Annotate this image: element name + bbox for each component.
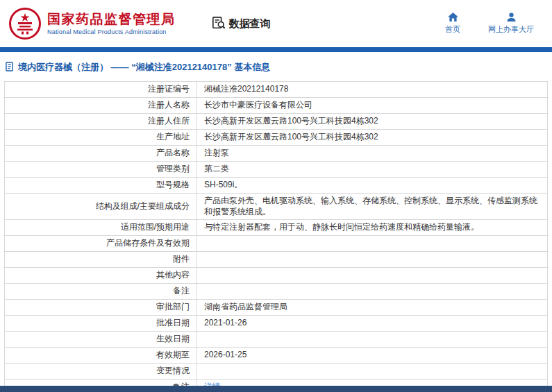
- row-label: 有效期至: [5, 348, 197, 364]
- row-value: 长沙高新开发区麓云路100号兴工科技园4栋302: [197, 114, 548, 130]
- footer-bar: [0, 386, 552, 392]
- table-row: 产品名称注射泵: [5, 146, 548, 162]
- nav-online-hall[interactable]: 网上办事大厅: [488, 12, 534, 35]
- row-value: 湘械注准20212140178: [197, 82, 548, 98]
- nav-home[interactable]: 首页: [445, 12, 460, 35]
- data-query-icon: [212, 16, 226, 32]
- row-value: 长沙市中豪医疗设备有限公司: [197, 98, 548, 114]
- table-row: 生效日期: [5, 332, 548, 348]
- page-title-text: 境内医疗器械（注册） —— “湘械注准20212140178” 基本信息: [18, 61, 270, 74]
- row-label: 生产地址: [5, 130, 197, 146]
- row-value: 长沙高新开发区麓云路100号兴工科技园4栋302: [197, 130, 548, 146]
- row-label: 适用范围/预期用途: [5, 220, 197, 236]
- org-name-en: National Medical Products Administration: [47, 28, 176, 35]
- table-row: 备注: [5, 284, 548, 300]
- row-label: 变更情况: [5, 364, 197, 380]
- table-row: 产品储存条件及有效期: [5, 236, 548, 252]
- row-value: 与特定注射器配套，用于动、静脉长时间恒定给药速度和精确给药量输液。: [197, 220, 548, 236]
- row-value: [197, 332, 548, 348]
- row-label: 注册人名称: [5, 98, 197, 114]
- row-value: [197, 236, 548, 252]
- row-label: 注册证编号: [5, 82, 197, 98]
- info-table-body: 注册证编号湘械注准20212140178注册人名称长沙市中豪医疗设备有限公司注册…: [5, 82, 548, 392]
- data-query-text: 数据查询: [229, 17, 271, 31]
- user-icon: [506, 12, 517, 22]
- row-value: 2021-01-26: [197, 316, 548, 332]
- header-nav: 首页 网上办事大厅: [445, 12, 534, 35]
- nav-home-label: 首页: [445, 24, 460, 35]
- table-row: 有效期至2026-01-25: [5, 348, 548, 364]
- table-row: 管理类别第二类: [5, 162, 548, 178]
- table-row: 结构及组成/主要组成成分产品由泵外壳、电机驱动系统、输入系统、存储系统、控制系统…: [5, 194, 548, 220]
- registration-info-table: 注册证编号湘械注准20212140178注册人名称长沙市中豪医疗设备有限公司注册…: [4, 81, 548, 392]
- table-row: 适用范围/预期用途与特定注射器配套，用于动、静脉长时间恒定给药速度和精确给药量输…: [5, 220, 548, 236]
- row-label: 结构及组成/主要组成成分: [5, 194, 197, 220]
- org-identity: 国家药品监督管理局 National Medical Products Admi…: [47, 12, 176, 36]
- row-label: 产品储存条件及有效期: [5, 236, 197, 252]
- table-row: 变更情况: [5, 364, 548, 380]
- table-row: 审批部门湖南省药品监督管理局: [5, 300, 548, 316]
- row-value: [197, 268, 548, 284]
- row-value: [197, 364, 548, 380]
- nav-online-hall-label: 网上办事大厅: [488, 24, 534, 35]
- row-label: 产品名称: [5, 146, 197, 162]
- table-row: 注册证编号湘械注准20212140178: [5, 82, 548, 98]
- org-name-cn: 国家药品监督管理局: [47, 12, 176, 27]
- row-label: 型号规格: [5, 178, 197, 194]
- row-label: 备注: [5, 284, 197, 300]
- row-label: 生效日期: [5, 332, 197, 348]
- row-label: 批准日期: [5, 316, 197, 332]
- table-row: 注册人住所长沙高新开发区麓云路100号兴工科技园4栋302: [5, 114, 548, 130]
- row-label: 附件: [5, 252, 197, 268]
- row-value: SH-509i。: [197, 178, 548, 194]
- row-value: 湖南省药品监督管理局: [197, 300, 548, 316]
- table-row: 型号规格SH-509i。: [5, 178, 548, 194]
- row-label: 管理类别: [5, 162, 197, 178]
- row-value: 注射泵: [197, 146, 548, 162]
- row-value: [197, 252, 548, 268]
- table-row: 批准日期2021-01-26: [5, 316, 548, 332]
- home-icon: [448, 12, 458, 22]
- row-label: 其他内容: [5, 268, 197, 284]
- row-label: 注册人住所: [5, 114, 197, 130]
- table-row: 附件: [5, 252, 548, 268]
- table-row: 其他内容: [5, 268, 548, 284]
- table-row: 注册人名称长沙市中豪医疗设备有限公司: [5, 98, 548, 114]
- data-query-label: 数据查询: [212, 16, 271, 32]
- nmpa-emblem-icon: [8, 7, 42, 40]
- row-value: 2026-01-25: [197, 348, 548, 364]
- row-value: 第二类: [197, 162, 548, 178]
- page-title: 境内医疗器械（注册） —— “湘械注准20212140178” 基本信息: [0, 52, 552, 81]
- row-label: 审批部门: [5, 300, 197, 316]
- row-value: 产品由泵外壳、电机驱动系统、输入系统、存储系统、控制系统、显示系统、传感监测系统…: [197, 194, 548, 220]
- row-value: [197, 284, 548, 300]
- document-icon: [6, 62, 15, 74]
- table-row: 生产地址长沙高新开发区麓云路100号兴工科技园4栋302: [5, 130, 548, 146]
- header-divider-bar: [0, 47, 552, 52]
- site-header: 国家药品监督管理局 National Medical Products Admi…: [0, 0, 552, 47]
